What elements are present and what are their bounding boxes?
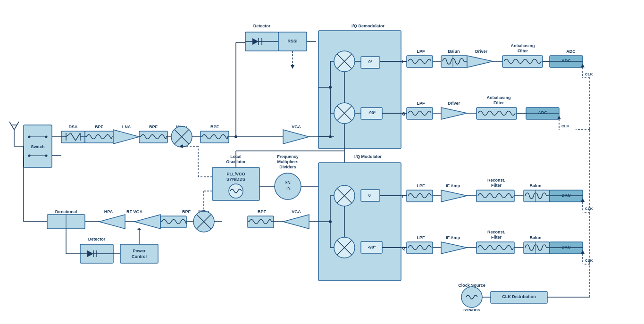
svg-text:IF Amp: IF Amp <box>446 183 460 188</box>
svg-text:Control: Control <box>132 254 147 259</box>
svg-text:ADC: ADC <box>538 110 547 115</box>
svg-text:×N: ×N <box>285 180 291 185</box>
svg-text:Directional: Directional <box>55 209 77 214</box>
svg-rect-256 <box>524 190 550 202</box>
svg-rect-266 <box>407 242 433 254</box>
svg-rect-110 <box>201 131 229 143</box>
svg-text:Balun: Balun <box>448 49 460 54</box>
svg-rect-93 <box>85 131 113 143</box>
svg-rect-274 <box>477 242 514 254</box>
svg-text:CLK: CLK <box>561 124 569 128</box>
svg-text:ADC: ADC <box>561 58 571 63</box>
svg-text:CLK: CLK <box>585 72 593 76</box>
svg-text:VGA: VGA <box>292 209 301 214</box>
svg-text:Multipliers: Multipliers <box>277 159 298 164</box>
svg-text:Filter: Filter <box>518 49 528 53</box>
svg-rect-329 <box>120 244 158 263</box>
svg-text:BPF: BPF <box>258 209 267 214</box>
svg-text:-90°: -90° <box>368 110 376 115</box>
svg-text:Filter: Filter <box>491 183 502 188</box>
svg-text:PLL/VCO: PLL/VCO <box>226 172 245 176</box>
svg-rect-135 <box>318 31 401 149</box>
svg-rect-277 <box>524 242 550 254</box>
svg-point-204 <box>229 184 243 198</box>
svg-text:Reconst.: Reconst. <box>487 178 505 183</box>
svg-text:BPF: BPF <box>210 125 219 129</box>
svg-text:VGA: VGA <box>292 125 301 129</box>
svg-text:I/Q Demodulator: I/Q Demodulator <box>351 24 385 28</box>
svg-text:Power: Power <box>133 249 146 253</box>
svg-text:CLK: CLK <box>585 258 593 263</box>
svg-text:0°: 0° <box>368 59 373 64</box>
svg-rect-300 <box>160 216 186 228</box>
svg-text:HPA: HPA <box>104 209 113 214</box>
svg-text:Balun: Balun <box>529 235 541 240</box>
svg-text:IF Amp: IF Amp <box>446 235 460 240</box>
svg-text:LNA: LNA <box>122 125 131 129</box>
svg-text:Antialiasing: Antialiasing <box>486 95 510 100</box>
svg-text:RSSI: RSSI <box>287 39 297 43</box>
svg-text:I: I <box>402 194 403 199</box>
svg-text:Reconst.: Reconst. <box>487 230 505 234</box>
svg-text:Driver: Driver <box>475 49 488 54</box>
svg-text:Filter: Filter <box>491 235 502 240</box>
svg-text:LPF: LPF <box>417 101 426 106</box>
svg-rect-245 <box>407 190 433 202</box>
svg-text:Antialiasing: Antialiasing <box>510 43 535 48</box>
svg-text:I/Q Modulator: I/Q Modulator <box>354 154 382 159</box>
svg-text:LPF: LPF <box>417 183 426 188</box>
main-diagram: Switch DSA BPF LNA BPF Mixer BPF <box>0 0 644 324</box>
svg-text:Frequency: Frequency <box>277 154 299 159</box>
svg-text:BPF: BPF <box>95 125 104 129</box>
svg-rect-253 <box>477 190 514 202</box>
svg-rect-166 <box>441 56 467 67</box>
svg-text:SYN/DDS: SYN/DDS <box>226 177 245 182</box>
svg-text:BPF: BPF <box>149 125 158 129</box>
svg-text:0°: 0° <box>368 193 373 198</box>
svg-text:Q: Q <box>402 246 405 250</box>
svg-text:BPF: BPF <box>182 209 191 214</box>
svg-point-336 <box>461 287 482 307</box>
svg-text:CLK Distribution: CLK Distribution <box>502 294 536 299</box>
svg-text:RF VGA: RF VGA <box>126 209 143 214</box>
svg-text:Driver: Driver <box>448 101 460 106</box>
svg-rect-184 <box>407 108 433 119</box>
svg-text:-90°: -90° <box>368 245 376 249</box>
svg-text:÷N: ÷N <box>285 186 290 191</box>
svg-rect-100 <box>139 131 167 143</box>
svg-text:Detector: Detector <box>253 24 271 28</box>
svg-text:I: I <box>402 59 403 64</box>
svg-rect-162 <box>407 56 433 67</box>
svg-text:Detector: Detector <box>88 237 106 241</box>
svg-text:Filter: Filter <box>493 100 504 105</box>
svg-text:LPF: LPF <box>417 235 426 240</box>
svg-text:Balun: Balun <box>529 183 541 188</box>
svg-text:Dividers: Dividers <box>279 165 296 169</box>
svg-text:DAC: DAC <box>561 193 571 198</box>
svg-text:LPF: LPF <box>417 49 426 54</box>
svg-text:SYN/DDS: SYN/DDS <box>463 308 480 312</box>
svg-text:Switch: Switch <box>31 144 44 149</box>
svg-text:CLK: CLK <box>585 207 593 211</box>
svg-text:DSA: DSA <box>68 125 78 129</box>
svg-text:DAC: DAC <box>561 245 571 249</box>
svg-text:Q: Q <box>402 111 405 116</box>
svg-text:ADC: ADC <box>566 49 576 54</box>
svg-rect-290 <box>248 216 274 228</box>
